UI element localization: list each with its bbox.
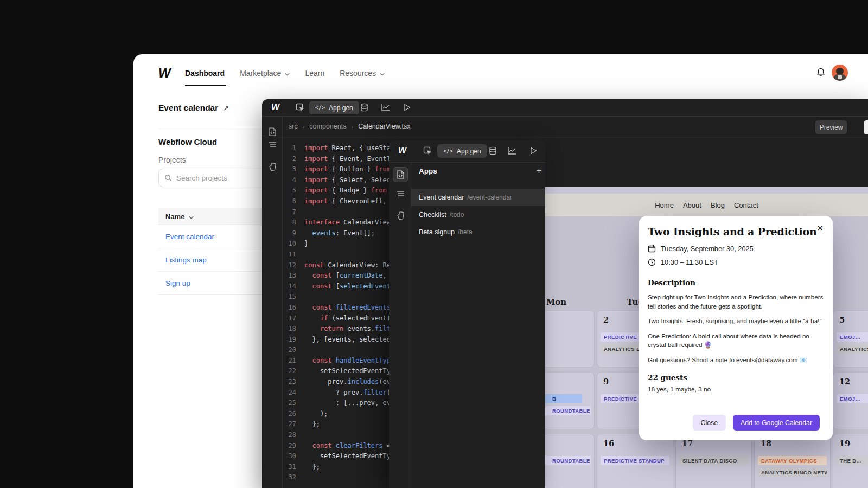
- breadcrumb-src[interactable]: src: [289, 123, 298, 130]
- add-to-google-calendar-button[interactable]: Add to Google Calendar: [733, 415, 820, 431]
- project-link[interactable]: Event calendar: [165, 233, 214, 241]
- event-pill[interactable]: ANALYTICS BINGO NETWORK…: [837, 344, 868, 354]
- pages-swatch-icon[interactable]: [266, 160, 279, 174]
- app-gen-tab[interactable]: </> App gen: [309, 101, 359, 114]
- event-pill[interactable]: THE D…: [837, 456, 868, 465]
- code-icon: </>: [315, 105, 325, 111]
- description-heading: Description: [648, 278, 825, 287]
- calendar-cell-5[interactable]: 5EMOJ…ANALYTICS BINGO NETWORK…: [833, 310, 868, 368]
- file-code-icon[interactable]: [266, 125, 279, 138]
- cell-events: THE D…: [837, 456, 868, 465]
- calendar-cell-15[interactable]: 15ROUNDTABLE: [545, 434, 595, 488]
- select-tool-icon[interactable]: [422, 145, 433, 157]
- close-icon[interactable]: ✕: [816, 223, 824, 233]
- calendar-cell-8[interactable]: 8BROUNDTABLE: [545, 372, 595, 429]
- project-link[interactable]: Listings map: [165, 256, 207, 264]
- nav-item-label: Resources: [340, 69, 376, 78]
- breadcrumb-components[interactable]: components: [309, 123, 346, 130]
- webflow-logo[interactable]: W: [158, 66, 175, 80]
- file-code-icon[interactable]: [393, 167, 408, 182]
- code-token: [: [332, 282, 340, 290]
- app-item-todo[interactable]: Checklist/todo: [411, 206, 545, 223]
- app-name: Checklist: [419, 211, 446, 219]
- user-avatar[interactable]: [832, 65, 848, 81]
- app-gen-label: App gen: [329, 104, 353, 112]
- app-item-beta[interactable]: Beta signup/beta: [411, 223, 545, 241]
- code-token: [332, 304, 336, 311]
- code-token: React, { useState: [328, 144, 398, 152]
- calendar-cell-16[interactable]: 16PREDICTIVE STANDUP: [597, 434, 673, 488]
- nav-item-dashboard[interactable]: Dashboard: [185, 69, 225, 78]
- close-button[interactable]: Close: [693, 415, 726, 431]
- site-nav-link-home[interactable]: Home: [655, 201, 674, 209]
- line-number: 20: [282, 345, 296, 356]
- database-icon[interactable]: [358, 101, 370, 113]
- layers-list-icon[interactable]: [394, 187, 407, 200]
- code-token: [304, 282, 312, 290]
- event-pill[interactable]: EMOJ…: [837, 332, 868, 342]
- calendar-cell-12[interactable]: 12EMOJ…: [833, 372, 868, 429]
- event-pill[interactable]: EMOJ…: [837, 394, 868, 403]
- calendar-cell-18[interactable]: 18DATAWAY OLYMPICSANALYTICS BINGO NETWOR…: [754, 434, 831, 488]
- line-number: 18: [282, 324, 296, 335]
- code-icon: </>: [443, 148, 453, 154]
- event-pill[interactable]: DATAWAY OLYMPICS: [758, 456, 827, 465]
- event-title: Two Insights and a Prediction: [648, 226, 825, 237]
- code-token: const: [312, 304, 331, 311]
- calendar-cell-19[interactable]: 19THE D…: [833, 434, 868, 488]
- event-pill[interactable]: ANALYTICS BINGO NETWORK…: [758, 468, 827, 477]
- nav-item-resources[interactable]: Resources: [340, 69, 385, 78]
- event-description: Step right up for Two Insights and a Pre…: [648, 293, 825, 364]
- pages-swatch-icon[interactable]: [394, 209, 407, 222]
- site-nav: HomeAboutBlogContact: [545, 194, 868, 216]
- calendar-cell-17[interactable]: 17SILENT DATA DISCO: [675, 434, 752, 488]
- search-input[interactable]: [176, 174, 275, 182]
- notifications-bell-icon[interactable]: [816, 67, 826, 78]
- code-token: }: [304, 240, 308, 247]
- nav-item-learn[interactable]: Learn: [305, 69, 324, 78]
- add-app-icon[interactable]: +: [537, 166, 541, 176]
- nav-item-marketplace[interactable]: Marketplace: [240, 69, 290, 78]
- event-pill[interactable]: ROUNDTABLE: [545, 456, 591, 465]
- select-tool-icon[interactable]: [294, 101, 306, 113]
- line-number: 8: [282, 217, 296, 228]
- event-pill[interactable]: PREDICTIVE STANDUP: [601, 456, 669, 465]
- database-icon[interactable]: [487, 145, 499, 157]
- app-item-event-calendar[interactable]: Event calendar/event-calendar: [411, 189, 545, 206]
- event-pill[interactable]: SILENT DATA DISCO: [679, 456, 748, 465]
- projects-label: Projects: [158, 156, 186, 164]
- preview-button[interactable]: Preview: [815, 120, 847, 134]
- line-number: 1: [282, 143, 296, 154]
- code-text: interface CalendarViewPr: [304, 217, 398, 228]
- site-nav-link-about[interactable]: About: [683, 201, 701, 209]
- run-play-icon[interactable]: [527, 145, 539, 157]
- publish-button-partial[interactable]: [864, 120, 868, 134]
- code-token: [332, 442, 336, 450]
- clock-icon: [648, 258, 656, 266]
- line-number: 9: [282, 228, 296, 239]
- app-gen-tab[interactable]: </> App gen: [437, 144, 487, 158]
- site-nav-link-contact[interactable]: Contact: [734, 201, 758, 209]
- analytics-chart-icon[interactable]: [506, 145, 518, 157]
- code-token: const: [312, 442, 331, 450]
- external-link-icon[interactable]: ↗: [223, 104, 229, 112]
- calendar-date: 19: [837, 439, 868, 448]
- project-link[interactable]: Sign up: [165, 279, 190, 287]
- event-pill[interactable]: B: [545, 394, 582, 403]
- calendar-cell-1[interactable]: 1: [545, 310, 595, 368]
- line-number: 30: [282, 451, 296, 462]
- line-number: 23: [282, 377, 296, 388]
- site-nav-link-blog[interactable]: Blog: [711, 201, 725, 209]
- active-tab-underline: [185, 85, 226, 86]
- breadcrumb-file[interactable]: CalendarView.tsx: [358, 123, 410, 130]
- run-play-icon[interactable]: [401, 101, 413, 113]
- cell-events: PREDICTIVE STANDUP: [601, 456, 669, 465]
- layers-list-icon[interactable]: [266, 138, 279, 151]
- analytics-chart-icon[interactable]: [380, 101, 392, 113]
- webflow-logo-dark[interactable]: W: [398, 146, 406, 156]
- code-text: import { Badge } from '.: [304, 185, 398, 196]
- event-pill[interactable]: ROUNDTABLE: [545, 406, 591, 415]
- code-token: import: [304, 144, 328, 152]
- webflow-logo-dark[interactable]: W: [271, 102, 279, 112]
- event-time: 10:30 – 11:30 EST: [661, 258, 718, 266]
